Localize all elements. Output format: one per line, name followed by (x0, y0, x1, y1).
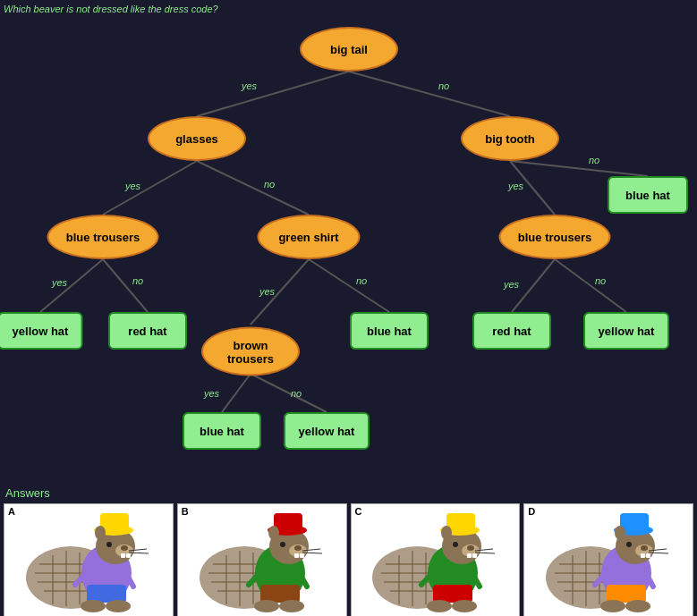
answer-a[interactable]: A (4, 503, 174, 616)
answer-b-letter: B (182, 506, 189, 517)
svg-rect-101 (472, 553, 477, 558)
answer-c[interactable]: C (351, 503, 521, 616)
leaf-blue-hat-bottom-left: blue hat (183, 412, 261, 450)
svg-point-121 (600, 600, 625, 612)
svg-rect-100 (467, 553, 472, 558)
svg-rect-128 (646, 553, 650, 558)
svg-point-41 (106, 600, 131, 612)
svg-text:no: no (291, 388, 302, 399)
svg-point-68 (279, 600, 304, 612)
svg-text:no: no (595, 275, 606, 286)
svg-point-97 (453, 542, 458, 547)
svg-line-13 (251, 374, 327, 412)
svg-text:no: no (264, 179, 275, 190)
answer-d[interactable]: D (523, 503, 693, 616)
leaf-yellow-hat-right: yellow hat (583, 312, 669, 350)
node-big-tail: big tail (300, 27, 398, 72)
leaf-red-hat-left: red hat (108, 312, 187, 350)
leaf-blue-hat-far-right: blue hat (608, 176, 688, 214)
answers-row: A (4, 503, 693, 616)
svg-text:yes: yes (503, 279, 520, 290)
svg-point-99 (467, 545, 474, 551)
answers-section: Answers A (0, 483, 697, 616)
svg-rect-132 (620, 513, 649, 531)
svg-rect-105 (446, 513, 475, 531)
svg-rect-39 (87, 585, 126, 603)
question-text: Which beaver is not dressed like the dre… (4, 4, 218, 14)
svg-point-79 (268, 526, 279, 540)
svg-line-9 (309, 259, 389, 312)
svg-line-11 (555, 259, 626, 312)
leaf-yellow-hat-ll: yellow hat (0, 312, 83, 350)
svg-line-12 (222, 374, 251, 412)
svg-point-72 (294, 545, 302, 551)
node-glasses: glasses (148, 116, 246, 161)
answers-label: Answers (5, 486, 693, 500)
svg-point-94 (427, 600, 452, 612)
svg-point-52 (95, 526, 106, 540)
svg-rect-46 (121, 553, 125, 558)
svg-text:yes: yes (124, 181, 141, 191)
answer-b[interactable]: B (177, 503, 347, 616)
svg-text:yes: yes (507, 181, 524, 191)
svg-rect-78 (274, 513, 302, 531)
svg-line-0 (197, 72, 349, 116)
svg-point-43 (106, 542, 112, 547)
beaver-a-illustration (4, 504, 173, 616)
svg-rect-120 (607, 585, 646, 603)
svg-point-124 (626, 542, 632, 547)
svg-text:no: no (589, 155, 599, 165)
svg-text:yes: yes (241, 80, 258, 91)
node-blue-trousers-right: blue trousers (499, 215, 611, 259)
node-big-tooth: big tooth (461, 116, 559, 161)
beaver-c-illustration (352, 504, 520, 616)
answer-c-letter: C (355, 506, 362, 517)
svg-point-133 (615, 526, 625, 540)
svg-line-2 (103, 161, 197, 215)
svg-point-122 (625, 600, 650, 612)
svg-point-95 (452, 600, 477, 612)
leaf-yellow-hat-bottom-right: yellow hat (284, 412, 370, 450)
svg-text:yes: yes (51, 277, 68, 288)
beaver-d-illustration (524, 504, 693, 616)
svg-line-3 (197, 161, 309, 215)
leaf-blue-hat-mid: blue hat (350, 312, 429, 350)
svg-text:yes: yes (203, 388, 220, 399)
leaf-red-hat-right: red hat (472, 312, 551, 350)
svg-rect-73 (294, 553, 299, 558)
answer-a-letter: A (8, 506, 15, 517)
svg-line-6 (40, 259, 103, 312)
svg-rect-127 (641, 553, 645, 558)
node-brown-trousers: brown trousers (201, 327, 300, 376)
svg-rect-74 (300, 553, 304, 558)
svg-rect-51 (100, 513, 129, 531)
svg-rect-66 (260, 585, 300, 603)
page-container: Which beaver is not dressed like the dre… (0, 0, 697, 616)
tree-section: yes no yes no yes no yes no yes no yes n… (0, 0, 697, 483)
node-blue-trousers-left: blue trousers (47, 215, 159, 259)
svg-line-1 (349, 72, 510, 116)
svg-point-106 (441, 526, 452, 540)
svg-text:no: no (438, 80, 449, 91)
svg-text:no: no (356, 275, 367, 286)
svg-point-45 (121, 545, 128, 551)
svg-point-67 (254, 600, 279, 612)
svg-rect-47 (126, 553, 131, 558)
answer-d-letter: D (528, 506, 535, 517)
node-green-shirt: green shirt (258, 215, 361, 259)
svg-point-70 (280, 542, 285, 547)
svg-line-5 (510, 161, 648, 176)
svg-point-126 (641, 545, 648, 551)
svg-rect-93 (433, 585, 472, 603)
beaver-b-illustration (178, 504, 346, 616)
svg-text:yes: yes (259, 286, 276, 297)
svg-point-40 (81, 600, 106, 612)
svg-text:no: no (132, 275, 143, 286)
